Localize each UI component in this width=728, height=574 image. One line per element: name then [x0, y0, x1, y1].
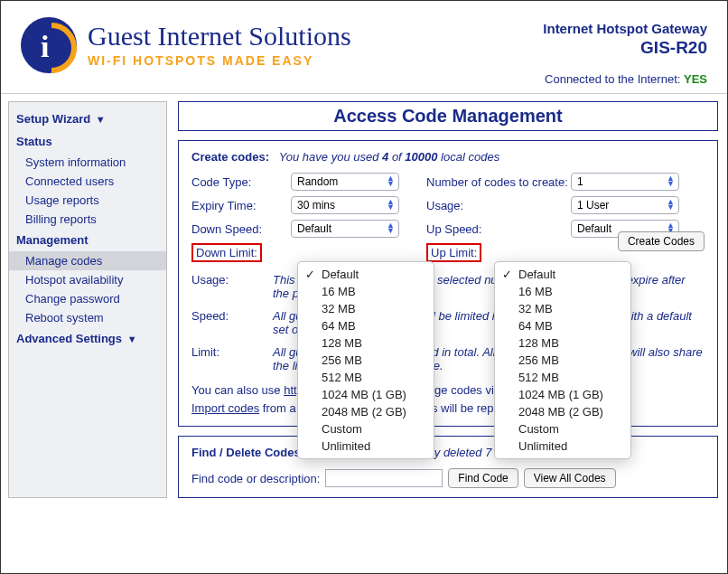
conn-label: Connected to the Internet:: [545, 72, 680, 86]
create-codes-button[interactable]: Create Codes: [618, 231, 705, 251]
find-label: Find code or description:: [191, 472, 320, 485]
header-right: Internet Hotspot Gateway GIS-R20 Connect…: [543, 17, 707, 86]
dropdown-option[interactable]: 32 MB: [298, 300, 434, 317]
dropdown-option[interactable]: 256 MB: [495, 352, 630, 369]
sidebar-status[interactable]: Status: [9, 130, 166, 153]
find-delete-panel: Find / Delete Codes: Codes are automatic…: [178, 436, 718, 498]
dropdown-option[interactable]: 512 MB: [495, 369, 630, 386]
chevron-updown-icon: ▲▼: [667, 175, 675, 186]
dropdown-option[interactable]: 1024 MB (1 GB): [298, 386, 434, 403]
sidebar-advanced-label: Advanced Settings: [16, 332, 122, 345]
chevron-updown-icon: ▲▼: [387, 175, 395, 186]
code-type-label: Code Type:: [191, 175, 291, 189]
find-code-button[interactable]: Find Code: [448, 468, 518, 488]
dropdown-option[interactable]: 2048 MB (2 GB): [298, 403, 434, 420]
create-codes-intro: You have you used 4 of 10000 local codes: [279, 150, 499, 164]
dropdown-option[interactable]: 2048 MB (2 GB): [495, 403, 630, 420]
down-speed-select[interactable]: Default▲▼: [291, 220, 399, 238]
sidebar-setup-wizard-label: Setup Wizard: [16, 112, 90, 126]
chevron-down-icon: ▼: [96, 114, 106, 125]
view-all-codes-button[interactable]: View All Codes: [524, 468, 616, 488]
sidebar-item-manage-codes[interactable]: Manage codes: [9, 251, 166, 270]
expiry-label: Expiry Time:: [191, 199, 291, 212]
usage-select[interactable]: 1 User▲▼: [571, 196, 679, 214]
num-codes-select[interactable]: 1▲▼: [571, 173, 679, 191]
num-codes-label: Number of codes to create:: [426, 175, 571, 189]
up-limit-dropdown[interactable]: Default 16 MB 32 MB 64 MB 128 MB 256 MB …: [494, 261, 631, 459]
logo-icon: [21, 17, 77, 73]
brand-tagline: WI-FI HOTSPOTS MADE EASY: [88, 53, 351, 68]
find-code-input[interactable]: [325, 469, 443, 487]
brand-title: Guest Internet Solutions: [88, 23, 351, 50]
dropdown-option[interactable]: Custom: [495, 420, 630, 438]
dropdown-option[interactable]: 256 MB: [298, 352, 434, 369]
dropdown-option[interactable]: 128 MB: [298, 334, 434, 352]
sidebar-item-change-password[interactable]: Change password: [9, 289, 166, 308]
dropdown-option[interactable]: 16 MB: [298, 283, 434, 300]
chevron-updown-icon: ▲▼: [387, 199, 395, 210]
sidebar-setup-wizard[interactable]: Setup Wizard ▼: [9, 108, 166, 130]
up-limit-label: Up Limit:: [426, 243, 481, 262]
conn-status: YES: [684, 72, 707, 86]
import-codes-link[interactable]: Import codes: [191, 401, 259, 415]
explain-limit-label: Limit:: [191, 345, 273, 372]
dropdown-option[interactable]: Unlimited: [495, 438, 630, 455]
find-title: Find / Delete Codes:: [191, 446, 304, 459]
create-codes-title: Create codes:: [191, 150, 269, 164]
dropdown-option[interactable]: 16 MB: [495, 283, 630, 300]
down-limit-label: Down Limit:: [191, 243, 262, 262]
also-text: You can also use: [191, 383, 284, 397]
model-label: GIS-R20: [543, 38, 707, 58]
sidebar-advanced-settings[interactable]: Advanced Settings ▼: [9, 327, 166, 350]
dropdown-option[interactable]: Default: [495, 266, 630, 283]
chevron-updown-icon: ▲▼: [387, 222, 395, 233]
dropdown-option[interactable]: 32 MB: [495, 300, 630, 317]
sidebar-management[interactable]: Management: [9, 229, 166, 251]
down-speed-label: Down Speed:: [191, 222, 291, 236]
dropdown-option[interactable]: 1024 MB (1 GB): [495, 386, 630, 403]
main: Access Code Management Create codes: You…: [167, 94, 727, 498]
code-type-select[interactable]: Random▲▼: [291, 173, 399, 191]
header: Guest Internet Solutions WI-FI HOTSPOTS …: [1, 1, 727, 94]
dropdown-option[interactable]: 64 MB: [495, 317, 630, 334]
up-speed-label: Up Speed:: [426, 222, 571, 236]
dropdown-option[interactable]: Unlimited: [298, 438, 434, 455]
dropdown-option[interactable]: 64 MB: [298, 317, 434, 334]
sidebar-item-system-information[interactable]: System information: [9, 153, 166, 172]
expiry-select[interactable]: 30 mins▲▼: [291, 196, 399, 214]
down-limit-dropdown[interactable]: Default 16 MB 32 MB 64 MB 128 MB 256 MB …: [297, 261, 434, 459]
sidebar-item-hotspot-availability[interactable]: Hotspot availability: [9, 270, 166, 289]
sidebar-item-connected-users[interactable]: Connected users: [9, 172, 166, 191]
chevron-updown-icon: ▲▼: [667, 199, 675, 210]
page-title: Access Code Management: [178, 101, 718, 131]
dropdown-option[interactable]: Default: [298, 266, 434, 283]
dropdown-option[interactable]: Custom: [298, 420, 434, 438]
explain-usage-label: Usage:: [191, 273, 273, 300]
sidebar-item-usage-reports[interactable]: Usage reports: [9, 191, 166, 210]
chevron-down-icon: ▼: [127, 334, 137, 344]
dropdown-option[interactable]: 512 MB: [298, 369, 434, 386]
explain-speed-label: Speed:: [191, 309, 273, 336]
sidebar-item-billing-reports[interactable]: Billing reports: [9, 210, 166, 229]
usage-label: Usage:: [426, 199, 571, 212]
gateway-label: Internet Hotspot Gateway: [543, 21, 707, 36]
sidebar-item-reboot-system[interactable]: Reboot system: [9, 308, 166, 327]
create-codes-panel: Create codes: You have you used 4 of 100…: [178, 140, 718, 427]
sidebar: Setup Wizard ▼ Status System information…: [8, 101, 167, 498]
dropdown-option[interactable]: 128 MB: [495, 334, 630, 352]
brand: Guest Internet Solutions WI-FI HOTSPOTS …: [21, 17, 351, 73]
